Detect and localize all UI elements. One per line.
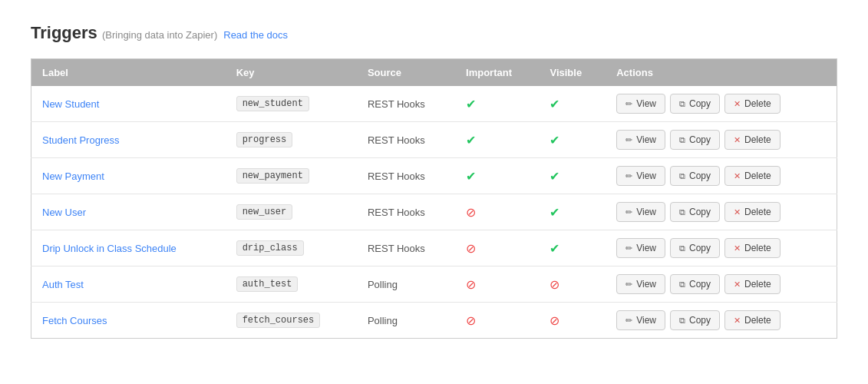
delete-button[interactable]: ✕Delete — [724, 202, 781, 222]
cell-label: New Student — [31, 86, 226, 122]
copy-button[interactable]: ⧉Copy — [670, 202, 720, 222]
cell-label: Auth Test — [31, 266, 226, 303]
view-button[interactable]: ✏View — [616, 202, 665, 222]
pencil-icon: ✏ — [625, 135, 632, 145]
delete-button[interactable]: ✕Delete — [724, 274, 781, 294]
trigger-label-link[interactable]: Drip Unlock in Class Schedule — [42, 243, 177, 254]
check-icon: ✔ — [550, 134, 559, 147]
page-header: Triggers (Bringing data into Zapier) Rea… — [31, 23, 837, 43]
copy-icon: ⧉ — [679, 171, 685, 181]
col-visible: Visible — [539, 59, 606, 87]
col-important: Important — [455, 59, 539, 87]
delete-button[interactable]: ✕Delete — [724, 310, 781, 330]
delete-label: Delete — [744, 170, 771, 181]
cell-visible: ✔ — [539, 86, 606, 122]
cell-actions: ✏View⧉Copy✕Delete — [606, 230, 837, 266]
cell-label: Drip Unlock in Class Schedule — [31, 230, 226, 266]
delete-button[interactable]: ✕Delete — [724, 166, 781, 186]
delete-label: Delete — [744, 315, 771, 326]
delete-label: Delete — [744, 98, 771, 109]
copy-label: Copy — [689, 170, 711, 181]
cell-key: new_user — [226, 194, 357, 230]
page-title: Triggers (Bringing data into Zapier) — [31, 23, 217, 43]
trigger-label-link[interactable]: Student Progress — [42, 134, 119, 146]
table-row: Auth Testauth_testPolling⊘⊘✏View⧉Copy✕De… — [31, 266, 837, 303]
view-button[interactable]: ✏View — [616, 94, 665, 114]
delete-button[interactable]: ✕Delete — [724, 130, 781, 150]
copy-button[interactable]: ⧉Copy — [670, 94, 720, 114]
key-badge: progress — [236, 132, 293, 147]
trigger-label-link[interactable]: New Payment — [42, 170, 104, 182]
delete-button[interactable]: ✕Delete — [724, 94, 781, 114]
cell-visible: ⊘ — [539, 303, 606, 339]
cell-label: Fetch Courses — [31, 303, 226, 339]
table-row: New Usernew_userREST Hooks⊘✔✏View⧉Copy✕D… — [31, 194, 837, 230]
cell-important: ⊘ — [455, 230, 539, 266]
view-label: View — [636, 170, 656, 181]
table-row: Student ProgressprogressREST Hooks✔✔✏Vie… — [31, 122, 837, 158]
check-icon: ✔ — [550, 98, 559, 111]
ban-icon: ⊘ — [550, 278, 559, 291]
check-icon: ✔ — [466, 98, 476, 111]
cell-source: REST Hooks — [357, 122, 455, 158]
view-button[interactable]: ✏View — [616, 310, 665, 330]
delete-button[interactable]: ✕Delete — [724, 238, 781, 258]
ban-icon: ⊘ — [466, 278, 476, 291]
table-row: Drip Unlock in Class Scheduledrip_classR… — [31, 230, 837, 266]
cell-important: ✔ — [455, 86, 539, 122]
cell-key: fetch_courses — [226, 303, 357, 339]
view-label: View — [636, 98, 656, 109]
view-button[interactable]: ✏View — [616, 166, 665, 186]
view-button[interactable]: ✏View — [616, 130, 665, 150]
cell-label: New User — [31, 194, 226, 230]
col-label: Label — [31, 59, 226, 87]
view-button[interactable]: ✏View — [616, 238, 665, 258]
cell-actions: ✏View⧉Copy✕Delete — [606, 122, 837, 158]
table-header-row: Label Key Source Important Visible Actio… — [31, 59, 837, 87]
copy-icon: ⧉ — [679, 316, 685, 326]
read-docs-link[interactable]: Read the docs — [223, 29, 288, 41]
key-badge: drip_class — [236, 240, 304, 256]
delete-icon: ✕ — [734, 243, 741, 253]
ban-icon: ⊘ — [550, 314, 559, 327]
copy-label: Copy — [689, 315, 711, 326]
cell-source: REST Hooks — [357, 194, 455, 230]
cell-actions: ✏View⧉Copy✕Delete — [606, 86, 837, 122]
cell-important: ✔ — [455, 158, 539, 194]
trigger-label-link[interactable]: Auth Test — [42, 279, 84, 290]
copy-button[interactable]: ⧉Copy — [670, 130, 720, 150]
copy-button[interactable]: ⧉Copy — [670, 238, 720, 258]
view-button[interactable]: ✏View — [616, 274, 665, 294]
trigger-label-link[interactable]: New User — [42, 207, 86, 218]
delete-label: Delete — [744, 279, 771, 290]
pencil-icon: ✏ — [625, 243, 632, 253]
key-badge: auth_test — [236, 276, 299, 292]
check-icon: ✔ — [550, 206, 559, 219]
cell-key: progress — [226, 122, 357, 158]
trigger-label-link[interactable]: Fetch Courses — [42, 315, 107, 326]
cell-source: REST Hooks — [357, 86, 455, 122]
pencil-icon: ✏ — [625, 207, 632, 217]
pencil-icon: ✏ — [625, 280, 632, 290]
delete-icon: ✕ — [734, 99, 741, 109]
cell-key: auth_test — [226, 266, 357, 303]
cell-label: New Payment — [31, 158, 226, 194]
col-actions: Actions — [606, 59, 837, 87]
copy-button[interactable]: ⧉Copy — [670, 274, 720, 294]
copy-label: Copy — [689, 134, 711, 145]
cell-key: new_payment — [226, 158, 357, 194]
trigger-label-link[interactable]: New Student — [42, 98, 99, 110]
copy-label: Copy — [689, 98, 711, 109]
copy-label: Copy — [689, 243, 711, 253]
cell-visible: ✔ — [539, 230, 606, 266]
key-badge: new_payment — [236, 168, 309, 184]
delete-icon: ✕ — [734, 135, 741, 145]
ban-icon: ⊘ — [466, 242, 476, 255]
cell-source: Polling — [357, 303, 455, 339]
delete-icon: ✕ — [734, 207, 741, 217]
copy-button[interactable]: ⧉Copy — [670, 310, 720, 330]
cell-visible: ✔ — [539, 194, 606, 230]
cell-visible: ✔ — [539, 122, 606, 158]
copy-button[interactable]: ⧉Copy — [670, 166, 720, 186]
col-key: Key — [226, 59, 357, 87]
